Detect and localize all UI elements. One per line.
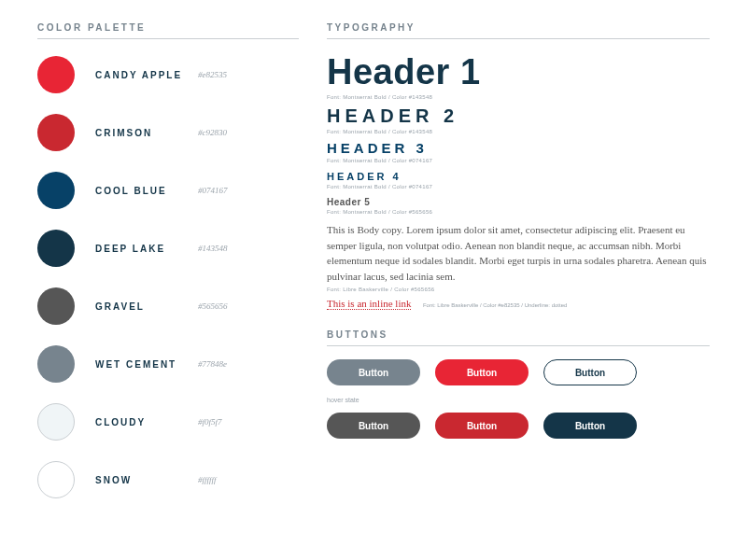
swatch-row: GRAVEL#565656 xyxy=(37,287,299,325)
buttons-section: BUTTONS Button Button Button hover state… xyxy=(327,329,710,439)
swatch-hex: #f0f5f7 xyxy=(198,417,222,427)
swatch-row: WET CEMENT#77848e xyxy=(37,345,299,383)
button-row-hover: Button Button Button xyxy=(327,413,710,439)
button-outline[interactable]: Button xyxy=(543,359,637,385)
header-5-meta: Font: Montserrat Bold / Color #565656 xyxy=(327,209,710,215)
right-column: TYPOGRAPHY Header 1 Font: Montserrat Bol… xyxy=(317,22,710,541)
button-red-hover[interactable]: Button xyxy=(435,413,529,439)
button-gray-hover[interactable]: Button xyxy=(327,413,420,439)
swatch-circle xyxy=(37,461,75,498)
swatch-circle xyxy=(37,403,75,441)
swatch-circle xyxy=(37,230,75,267)
swatch-hex: #ffffff xyxy=(198,475,217,484)
swatch-name: SNOW xyxy=(95,475,198,485)
buttons-title: BUTTONS xyxy=(327,329,710,346)
swatch-hex: #565656 xyxy=(198,301,228,311)
swatch-name: CRIMSON xyxy=(95,128,198,138)
swatch-name: CANDY APPLE xyxy=(95,70,198,80)
button-red[interactable]: Button xyxy=(435,359,529,385)
header-3: HEADER 3 xyxy=(327,140,710,156)
swatch-hex: #c92830 xyxy=(198,128,227,137)
swatch-name: COOL BLUE xyxy=(95,186,198,196)
swatch-name: CLOUDY xyxy=(95,417,198,427)
color-palette-section: COLOR PALETTE CANDY APPLE#e82535CRIMSON#… xyxy=(37,22,317,541)
header-1-meta: Font: Montserrat Bold / Color #143548 xyxy=(327,94,710,100)
swatch-hex: #074167 xyxy=(198,186,228,195)
swatch-hex: #77848e xyxy=(198,359,227,369)
button-outline-hover[interactable]: Button xyxy=(543,413,637,439)
header-4: HEADER 4 xyxy=(327,171,710,182)
header-2-meta: Font: Montserrat Bold / Color #143548 xyxy=(327,129,710,134)
body-copy: This is Body copy. Lorem ipsum dolor sit… xyxy=(327,222,710,284)
swatch-circle xyxy=(37,56,75,93)
header-1: Header 1 xyxy=(327,52,710,92)
header-4-meta: Font: Montserrat Bold / Color #074167 xyxy=(327,184,710,189)
button-row-default: Button Button Button xyxy=(327,359,710,385)
swatch-row: COOL BLUE#074167 xyxy=(37,172,299,209)
swatch-circle xyxy=(37,345,75,383)
inline-link[interactable]: This is an inline link xyxy=(327,298,411,310)
swatch-circle xyxy=(37,172,75,209)
swatch-name: DEEP LAKE xyxy=(95,244,198,254)
header-3-meta: Font: Montserrat Bold / Color #074167 xyxy=(327,158,710,163)
typography-title: TYPOGRAPHY xyxy=(327,22,710,39)
swatch-name: GRAVEL xyxy=(95,301,198,312)
hover-state-label: hover state xyxy=(327,397,710,403)
swatch-row: CLOUDY#f0f5f7 xyxy=(37,403,299,441)
swatch-row: CANDY APPLE#e82535 xyxy=(37,56,299,93)
inline-link-row: This is an inline link Font: Libre Baske… xyxy=(327,292,710,313)
swatch-list: CANDY APPLE#e82535CRIMSON#c92830COOL BLU… xyxy=(37,56,299,498)
header-2: HEADER 2 xyxy=(327,105,710,127)
swatch-name: WET CEMENT xyxy=(95,359,198,370)
button-gray[interactable]: Button xyxy=(327,359,420,385)
inline-link-meta: Font: Libre Baskerville / Color #e82535 … xyxy=(423,302,567,308)
swatch-circle xyxy=(37,114,75,151)
swatch-circle xyxy=(37,287,75,325)
swatch-row: SNOW#ffffff xyxy=(37,461,299,498)
swatch-row: DEEP LAKE#143548 xyxy=(37,230,299,267)
swatch-row: CRIMSON#c92830 xyxy=(37,114,299,151)
palette-title: COLOR PALETTE xyxy=(37,22,299,39)
swatch-hex: #143548 xyxy=(198,244,228,253)
header-5: Header 5 xyxy=(327,197,710,207)
swatch-hex: #e82535 xyxy=(198,70,227,79)
